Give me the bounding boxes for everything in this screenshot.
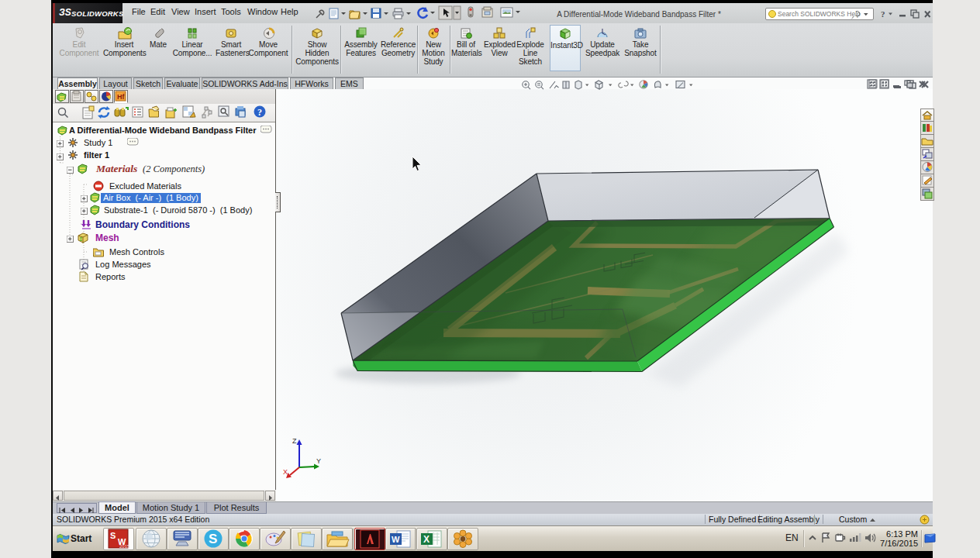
svg-text:Y: Y: [316, 457, 321, 465]
svg-text:W: W: [392, 535, 400, 544]
svg-text:X: X: [283, 468, 288, 476]
svg-text:Hf: Hf: [117, 93, 125, 101]
svg-text:Z: Z: [292, 437, 297, 445]
svg-text:S: S: [110, 531, 116, 540]
svg-text:?: ?: [257, 107, 262, 118]
svg-text:2015: 2015: [119, 544, 130, 549]
svg-text:?: ?: [881, 9, 885, 19]
svg-text:X: X: [423, 534, 430, 545]
svg-text:Search SOLIDWORKS Help: Search SOLIDWORKS Help: [778, 10, 861, 18]
svg-text:S: S: [209, 532, 217, 546]
